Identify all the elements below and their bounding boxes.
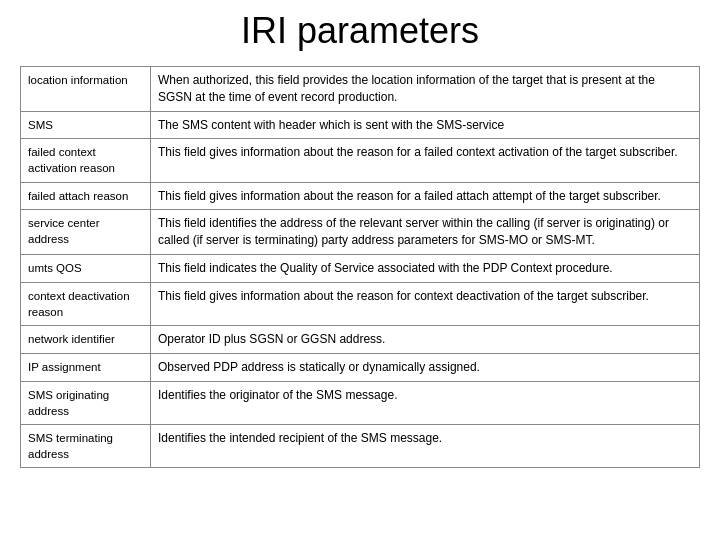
table-row: location informationWhen authorized, thi… [21,67,700,112]
row-description: This field identifies the address of the… [151,210,700,255]
row-description: Identifies the originator of the SMS mes… [151,381,700,424]
row-label: SMS originating address [21,381,151,424]
table-row: umts QOSThis field indicates the Quality… [21,254,700,282]
row-label: umts QOS [21,254,151,282]
row-label: failed context activation reason [21,139,151,182]
row-description: This field indicates the Quality of Serv… [151,254,700,282]
table-row: service center addressThis field identif… [21,210,700,255]
table-row: network identifierOperator ID plus SGSN … [21,325,700,353]
row-label: service center address [21,210,151,255]
row-description: Identifies the intended recipient of the… [151,424,700,467]
table-row: failed context activation reasonThis fie… [21,139,700,182]
table-row: SMS terminating addressIdentifies the in… [21,424,700,467]
row-label: failed attach reason [21,182,151,210]
row-label: SMS [21,111,151,139]
row-description: This field gives information about the r… [151,282,700,325]
row-label: SMS terminating address [21,424,151,467]
row-description: This field gives information about the r… [151,139,700,182]
row-label: IP assignment [21,353,151,381]
row-description: Observed PDP address is statically or dy… [151,353,700,381]
row-label: location information [21,67,151,112]
table-row: SMS originating addressIdentifies the or… [21,381,700,424]
table-row: failed attach reasonThis field gives inf… [21,182,700,210]
table-row: SMSThe SMS content with header which is … [21,111,700,139]
row-label: network identifier [21,325,151,353]
page-title: IRI parameters [20,10,700,52]
row-description: This field gives information about the r… [151,182,700,210]
iri-parameters-table: location informationWhen authorized, thi… [20,66,700,468]
table-row: context deactivation reasonThis field gi… [21,282,700,325]
table-row: IP assignmentObserved PDP address is sta… [21,353,700,381]
row-label: context deactivation reason [21,282,151,325]
row-description: The SMS content with header which is sen… [151,111,700,139]
row-description: When authorized, this field provides the… [151,67,700,112]
row-description: Operator ID plus SGSN or GGSN address. [151,325,700,353]
